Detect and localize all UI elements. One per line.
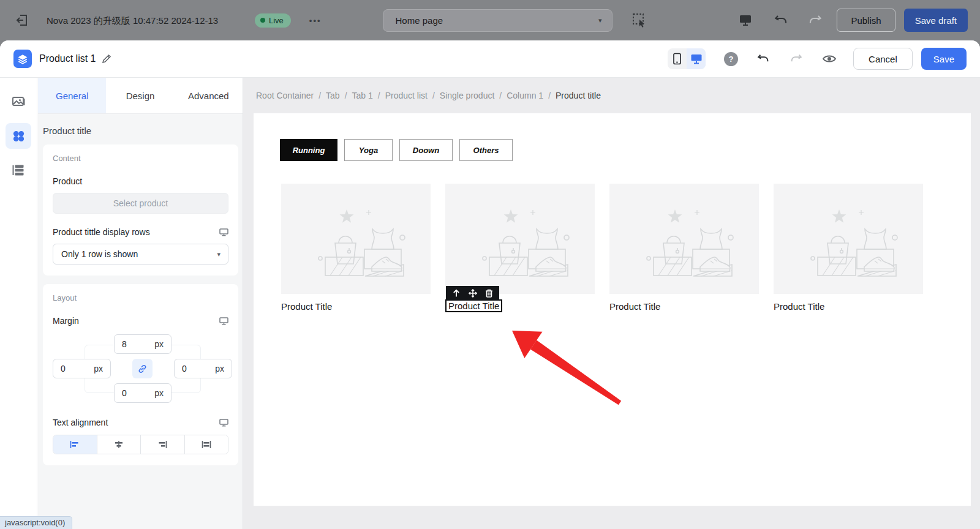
preview-device-button[interactable] — [736, 11, 755, 29]
editor-area: Root Container / Tab / Tab 1 / Product l… — [243, 78, 980, 529]
product-image-placeholder — [281, 184, 431, 294]
breadcrumb-item[interactable]: Single product — [440, 91, 495, 100]
breadcrumb-separator: / — [345, 91, 347, 100]
move-up-button[interactable] — [452, 289, 461, 298]
margin-label: Margin — [53, 316, 79, 326]
drag-move-button[interactable] — [469, 289, 477, 298]
rail-item-media[interactable] — [6, 89, 31, 114]
margin-left-field: px — [53, 359, 111, 378]
margin-bottom-field: px — [114, 383, 172, 403]
tab-design[interactable]: Design — [106, 78, 174, 113]
rail-item-blocks[interactable] — [6, 123, 31, 149]
save-button[interactable]: Save — [921, 48, 967, 70]
margin-bottom-input[interactable] — [122, 388, 152, 398]
product-image-placeholder — [609, 184, 759, 294]
breadcrumb-item[interactable]: Tab 1 — [352, 91, 373, 100]
tab-general[interactable]: General — [38, 78, 106, 113]
breadcrumb-item-current: Product title — [556, 91, 601, 100]
display-rows-value: Only 1 row is shown — [61, 249, 217, 259]
product-title[interactable]: Product Title — [774, 301, 923, 312]
page-selector[interactable]: Home page ▾ — [383, 9, 612, 32]
product-card[interactable]: Product Title — [774, 184, 923, 312]
margin-left-input[interactable] — [61, 364, 91, 373]
breadcrumb-item[interactable]: Column 1 — [507, 91, 543, 100]
phone-icon — [673, 53, 682, 65]
rail-item-layers[interactable] — [6, 157, 31, 183]
redo-icon — [808, 13, 823, 28]
margin-right-input[interactable] — [182, 364, 213, 373]
help-button[interactable]: ? — [724, 52, 738, 66]
product-title[interactable]: Product Title — [609, 301, 759, 312]
live-status-badge: Live — [255, 13, 291, 28]
topbar-redo-button[interactable] — [806, 11, 824, 29]
layers-icon — [17, 53, 29, 65]
content-section-label: Content — [53, 154, 228, 163]
category-tab-others[interactable]: Others — [459, 139, 513, 161]
align-justify-button[interactable] — [184, 435, 228, 454]
redo-button[interactable] — [788, 51, 804, 67]
placeholder-art-icon — [609, 184, 759, 294]
product-card-selected[interactable]: Product Title — [445, 184, 595, 312]
publish-button[interactable]: Publish — [837, 9, 895, 32]
preview-button[interactable] — [821, 51, 837, 67]
image-icon — [11, 94, 26, 109]
align-center-button[interactable] — [97, 435, 141, 454]
margin-top-unit: px — [154, 339, 164, 349]
document-title: Nova 2023 的升级版 10:47:52 2024-12-13 — [47, 14, 232, 27]
product-image-placeholder — [774, 184, 923, 294]
breadcrumb-separator: / — [548, 91, 551, 100]
category-tab-running[interactable]: Running — [280, 139, 337, 161]
trash-icon — [485, 289, 493, 298]
breadcrumb-item[interactable]: Product list — [385, 91, 428, 100]
cancel-button[interactable]: Cancel — [853, 48, 913, 70]
margin-widget: px px px px — [53, 334, 228, 404]
align-left-button[interactable] — [53, 435, 97, 454]
redo-icon — [790, 52, 803, 66]
rename-button[interactable] — [102, 54, 111, 64]
product-card[interactable]: Product Title — [609, 184, 759, 312]
select-element-tool[interactable] — [631, 12, 648, 29]
desktop-view-button[interactable] — [687, 48, 706, 69]
desktop-setting-icon — [219, 419, 228, 427]
live-dot-icon — [260, 18, 265, 23]
align-right-button[interactable] — [140, 435, 184, 454]
category-tab-yoga[interactable]: Yoga — [344, 139, 393, 161]
save-draft-button[interactable]: Save draft — [904, 9, 968, 32]
select-product-button[interactable]: Select product — [53, 193, 228, 214]
topbar-undo-button[interactable] — [772, 11, 790, 29]
product-title-selected[interactable]: Product Title — [445, 299, 502, 312]
display-rows-select[interactable]: Only 1 row is shown ▾ — [53, 244, 228, 264]
placeholder-art-icon — [774, 184, 923, 294]
margin-top-input[interactable] — [122, 339, 152, 349]
margin-left-unit: px — [94, 364, 103, 373]
category-tab-doown[interactable]: Doown — [399, 139, 453, 161]
move-icon — [469, 289, 477, 298]
product-title[interactable]: Product Title — [281, 301, 431, 312]
placeholder-art-icon — [445, 184, 595, 294]
component-type-badge — [13, 50, 32, 68]
header-right-group: ? Cancel Save — [668, 48, 980, 70]
product-image-placeholder — [445, 184, 595, 294]
eye-icon — [822, 53, 837, 64]
more-menu-button[interactable]: ••• — [309, 16, 322, 25]
undo-button[interactable] — [755, 51, 771, 67]
tab-advanced[interactable]: Advanced — [175, 78, 243, 113]
delete-button[interactable] — [485, 289, 493, 298]
exit-editor-button[interactable] — [13, 12, 31, 29]
topbar: Nova 2023 的升级版 10:47:52 2024-12-13 Live … — [0, 0, 980, 40]
link-margins-button[interactable] — [132, 359, 153, 378]
product-card[interactable]: Product Title — [281, 184, 431, 312]
blocks-icon — [12, 129, 26, 143]
display-rows-row: Product tittle display rows — [53, 227, 228, 237]
breadcrumb-separator: / — [318, 91, 321, 100]
layer-list-icon — [11, 163, 26, 178]
settings-panel: General Design Advanced Product title Co… — [38, 78, 243, 529]
product-field-label: Product — [53, 176, 228, 186]
alignment-segmented-control — [53, 435, 228, 454]
margin-right-field: px — [174, 359, 232, 378]
component-title: Product list 1 — [39, 53, 96, 64]
breadcrumb-item[interactable]: Root Container — [256, 91, 314, 100]
breadcrumb-item[interactable]: Tab — [326, 91, 340, 100]
mobile-view-button[interactable] — [668, 48, 687, 69]
layout-section-label: Layout — [53, 293, 228, 302]
